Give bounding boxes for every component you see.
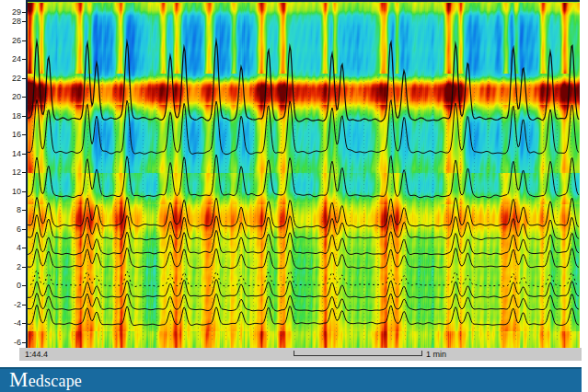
y-axis-tick-label: 18 <box>12 111 21 121</box>
manometry-figure: 292826242220181614121086420-2-4-6 1:44.4… <box>0 0 588 392</box>
pressure-topography-plot <box>26 0 580 348</box>
y-axis-tick-label: 20 <box>12 92 21 101</box>
y-axis-tick-label: 14 <box>12 149 21 158</box>
y-axis-tick-label: 8 <box>17 205 21 214</box>
time-scale-label: 1 min <box>426 350 446 359</box>
y-axis-tick-label: 0 <box>17 281 21 290</box>
y-axis-tick-label: 6 <box>17 225 21 234</box>
y-axis-tick-label: 10 <box>12 187 21 196</box>
y-axis-tick-label: 12 <box>12 167 21 177</box>
y-axis-tick-label: 28 <box>12 17 21 26</box>
medscape-bar: Medscape <box>0 367 582 392</box>
y-axis-tick-label: -2 <box>14 300 21 309</box>
y-axis-tick-label: 22 <box>12 74 21 83</box>
y-axis-tick-label: -6 <box>14 338 21 347</box>
time-position-label: 1:44.4 <box>25 350 48 359</box>
y-axis-tick-label: -4 <box>14 318 21 328</box>
y-axis-tick-label: 24 <box>12 54 21 63</box>
y-axis: 292826242220181614121086420-2-4-6 <box>0 0 26 348</box>
y-axis-tick-label: 16 <box>12 130 21 139</box>
medscape-logo: Medscape <box>9 368 82 392</box>
y-axis-tick-label: 2 <box>17 262 21 271</box>
y-axis-tick-label: 4 <box>17 243 21 252</box>
y-axis-tick-label: 26 <box>12 36 21 45</box>
y-axis-tick-label: 29 <box>12 7 21 17</box>
time-scale-bar <box>294 351 422 356</box>
